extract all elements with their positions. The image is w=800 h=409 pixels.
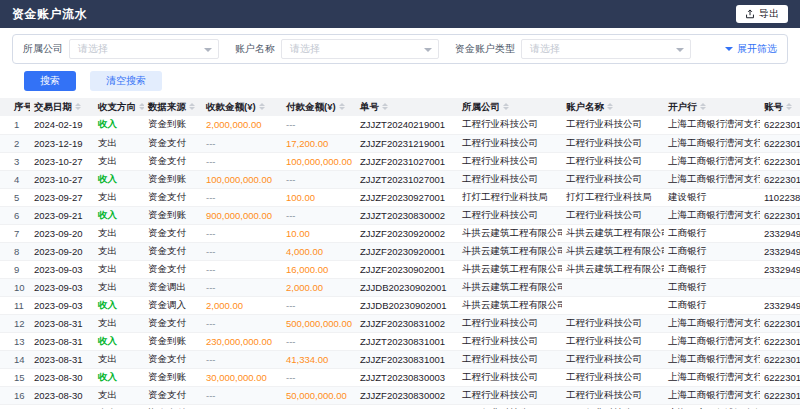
cell-no: 12 (0, 314, 30, 332)
cell-date: 2023-09-03 (30, 260, 94, 278)
cell-no: 17 (0, 404, 30, 409)
sort-icon[interactable] (139, 103, 144, 110)
cell-number: 11022382 (760, 188, 800, 206)
column-header[interactable]: 数据来源 (144, 98, 202, 116)
column-header: 序号 (0, 98, 30, 116)
cell-account: 工程行业科技公司 (562, 134, 664, 152)
cell-company: 斗拱云建筑工程有限公司 (458, 242, 562, 260)
cell-number: 62223011 (760, 152, 800, 170)
column-header[interactable]: 收支方向 (94, 98, 144, 116)
sort-icon[interactable] (700, 103, 706, 110)
cell-account: 工程行业科技公司 (562, 314, 664, 332)
cell-source: 资金到账 (144, 368, 202, 386)
sort-icon[interactable] (75, 103, 81, 110)
cell-no: 4 (0, 170, 30, 188)
table-row: 132023-08-31收入资金到账230,000,000.00---ZJJZT… (0, 332, 800, 350)
filter-field-company: 所属公司 请选择 (23, 39, 219, 59)
cell-order: ZJJZF20230927001 (356, 188, 458, 206)
cell-receipt: 2,000,000.00 (202, 116, 282, 134)
cell-order: ZJJZF20230830001 (356, 404, 458, 409)
sort-icon[interactable] (339, 103, 345, 110)
cell-date: 2024-02-19 (30, 116, 94, 134)
cell-account: 工程行业科技公司 (562, 332, 664, 350)
column-header[interactable]: 账号 (760, 98, 800, 116)
cell-order: ZJJZF20231027001 (356, 152, 458, 170)
column-header[interactable]: 付款金额(¥) (282, 98, 356, 116)
cell-company: 工程行业科技公司 (458, 386, 562, 404)
chevron-down-icon (725, 47, 733, 51)
column-header[interactable]: 单号 (356, 98, 458, 116)
cell-account: 打灯工程行业科技局 (562, 188, 664, 206)
cell-order: ZJJZF20230902001 (356, 260, 458, 278)
cell-account: 工程行业科技公司 (562, 116, 664, 134)
cell-payment: --- (282, 206, 356, 224)
cell-number: 23329499 (760, 242, 800, 260)
sort-icon[interactable] (786, 103, 792, 110)
table-row: 42023-10-27收入资金到账100,000,000.00---ZJJZT2… (0, 170, 800, 188)
cell-receipt: 100,000,000.00 (202, 170, 282, 188)
cell-bank: 上海工商银行漕河支行 (664, 206, 760, 224)
column-header[interactable]: 所属公司 (458, 98, 562, 116)
cell-number (760, 278, 800, 296)
cell-receipt: --- (202, 404, 282, 409)
cell-company: 工程行业科技公司 (458, 404, 562, 409)
cell-number: 62223011 (760, 404, 800, 409)
cell-no: 15 (0, 368, 30, 386)
cell-receipt: --- (202, 188, 282, 206)
cell-account: 工程行业科技公司 (562, 404, 664, 409)
cell-date: 2023-08-30 (30, 368, 94, 386)
cell-number: 62223011 (760, 206, 800, 224)
cell-no: 6 (0, 206, 30, 224)
filter-field-account-type: 资金账户类型 请选择 (455, 39, 691, 59)
column-header[interactable]: 开户行 (664, 98, 760, 116)
cell-payment: 41,334.00 (282, 350, 356, 368)
cell-receipt: --- (202, 350, 282, 368)
account-type-select[interactable]: 请选择 (521, 39, 691, 59)
cell-bank: 建设银行 (664, 188, 760, 206)
sort-icon[interactable] (259, 103, 265, 110)
table-row: 22023-12-19支出资金支付---17,200.00ZJJZF202312… (0, 134, 800, 152)
export-button[interactable]: 导出 (736, 5, 788, 23)
cell-no: 1 (0, 116, 30, 134)
cell-bank: 上海工商银行漕河支行 (664, 404, 760, 409)
cell-date: 2023-08-30 (30, 386, 94, 404)
cell-payment: 100,000,000.00 (282, 152, 356, 170)
cell-number: 62223011 (760, 314, 800, 332)
cell-bank: 工商银行 (664, 242, 760, 260)
table-row: 82023-09-20支出资金支付---4,000.00ZJJZF2023092… (0, 242, 800, 260)
table-row: 62023-09-21收入资金到账900,000,000.00---ZJJZT2… (0, 206, 800, 224)
table-row: 162023-08-30支出资金支付---50,000,000.00ZJJZF2… (0, 386, 800, 404)
cell-receipt: 30,000,000.00 (202, 368, 282, 386)
column-header[interactable]: 交易日期 (30, 98, 94, 116)
cell-source: 资金支付 (144, 260, 202, 278)
cell-bank: 上海工商银行漕河支行 (664, 314, 760, 332)
cell-source: 资金支付 (144, 134, 202, 152)
cell-company: 工程行业科技公司 (458, 332, 562, 350)
sort-icon[interactable] (189, 103, 195, 110)
search-button[interactable]: 搜索 (24, 71, 76, 91)
column-header[interactable]: 账户名称 (562, 98, 664, 116)
expand-filters-link[interactable]: 展开筛选 (725, 42, 777, 56)
column-header[interactable]: 收款金额(¥) (202, 98, 282, 116)
clear-search-button[interactable]: 清空搜索 (90, 71, 162, 91)
cell-direction: 收入 (94, 332, 144, 350)
cell-date: 2023-08-31 (30, 350, 94, 368)
sort-icon[interactable] (607, 103, 613, 110)
cell-direction: 支出 (94, 260, 144, 278)
cell-account (562, 278, 664, 296)
table-row: 52023-09-27支出资金支付---100.00ZJJZF202309270… (0, 188, 800, 206)
cell-company: 工程行业科技公司 (458, 314, 562, 332)
cell-receipt: --- (202, 134, 282, 152)
company-select[interactable]: 请选择 (69, 39, 219, 59)
cell-direction: 支出 (94, 386, 144, 404)
cell-account: 斗拱云建筑工程有限公司 (562, 242, 664, 260)
sort-icon[interactable] (382, 103, 388, 110)
cell-order: ZJJZT20230831001 (356, 332, 458, 350)
cell-date: 2023-12-19 (30, 134, 94, 152)
account-select-placeholder: 请选择 (290, 42, 320, 56)
account-name-select[interactable]: 请选择 (281, 39, 439, 59)
cell-company: 工程行业科技公司 (458, 116, 562, 134)
filter-label-company: 所属公司 (23, 42, 63, 56)
sort-icon[interactable] (503, 103, 509, 110)
table-body: 12024-02-19收入资金到账2,000,000.00---ZJJZT202… (0, 116, 800, 409)
